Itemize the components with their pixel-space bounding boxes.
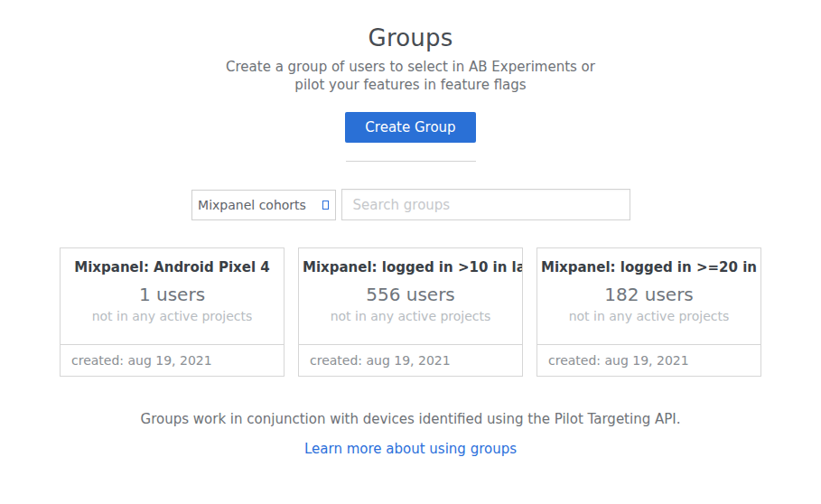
subtitle-line-2: pilot your features in feature flags — [0, 76, 821, 94]
page-title: Groups — [0, 24, 821, 51]
learn-more-link[interactable]: Learn more about using groups — [304, 441, 517, 457]
group-card[interactable]: Mixpanel: logged in >=20 in last 30... 1… — [536, 247, 761, 377]
search-groups-input[interactable] — [341, 189, 630, 220]
header-divider — [346, 161, 476, 162]
group-user-count: 556 users — [299, 284, 522, 305]
filter-bar: Mixpanel cohorts — [0, 189, 821, 220]
group-card-body: Mixpanel: Android Pixel 4 1 users not in… — [61, 248, 284, 344]
group-cards-row: Mixpanel: Android Pixel 4 1 users not in… — [0, 247, 821, 377]
create-group-button[interactable]: Create Group — [345, 112, 475, 143]
subtitle-line-1: Create a group of users to select in AB … — [0, 58, 821, 76]
footer-info-text: Groups work in conjunction with devices … — [0, 411, 821, 427]
cohort-source-value: Mixpanel cohorts — [198, 198, 306, 212]
group-created-date: created: aug 19, 2021 — [61, 344, 284, 376]
group-status: not in any active projects — [537, 309, 760, 323]
group-title: Mixpanel: Android Pixel 4 — [61, 259, 284, 275]
group-card-body: Mixpanel: logged in >10 in last 30 ... 5… — [299, 248, 522, 344]
group-user-count: 182 users — [537, 284, 760, 305]
group-card-body: Mixpanel: logged in >=20 in last 30... 1… — [537, 248, 760, 344]
group-title: Mixpanel: logged in >10 in last 30 ... — [299, 259, 522, 275]
group-card[interactable]: Mixpanel: logged in >10 in last 30 ... 5… — [298, 247, 523, 377]
group-user-count: 1 users — [61, 284, 284, 305]
cohort-source-dropdown[interactable]: Mixpanel cohorts — [191, 190, 336, 220]
group-created-date: created: aug 19, 2021 — [299, 344, 522, 376]
group-created-date: created: aug 19, 2021 — [537, 344, 760, 376]
group-status: not in any active projects — [299, 309, 522, 323]
group-card[interactable]: Mixpanel: Android Pixel 4 1 users not in… — [60, 247, 285, 377]
dropdown-glyph-icon — [322, 201, 329, 210]
group-title: Mixpanel: logged in >=20 in last 30... — [537, 259, 760, 275]
page-subtitle: Create a group of users to select in AB … — [0, 58, 821, 94]
group-status: not in any active projects — [61, 309, 284, 323]
page-header: Groups Create a group of users to select… — [0, 0, 821, 162]
